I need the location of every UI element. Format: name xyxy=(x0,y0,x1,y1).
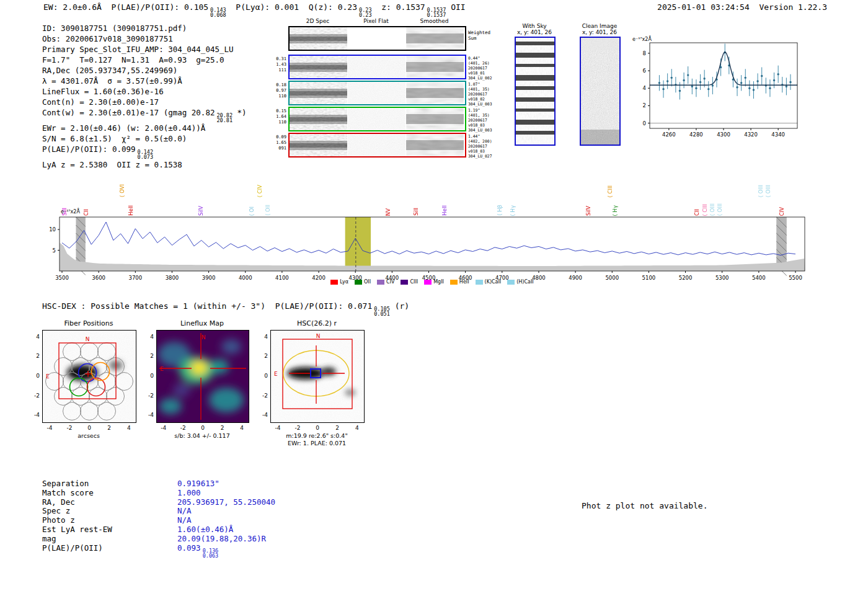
panel-xtick-label: 0 xyxy=(311,425,324,431)
annotation-line: 20200617 xyxy=(468,66,512,71)
stacked-uncertainty: 0.230.23 xyxy=(359,7,371,17)
info-line: F=1.7" T=0.127 N=1.31 A=0.93 g=25.0 xyxy=(42,55,247,65)
noise-image xyxy=(348,108,405,130)
text-segment: 20.09(19.88,20.36)R xyxy=(177,534,266,543)
info-line: Cont(w) = 2.30(±0.01)e-17 (gmag 20.8220.… xyxy=(42,107,247,123)
annotation-line: v018_01 xyxy=(468,71,512,76)
noise-image xyxy=(290,56,347,78)
panel-xtick-label: -2 xyxy=(63,425,76,431)
annotation-line: 304_LU_003 xyxy=(468,128,512,133)
svg-text:6: 6 xyxy=(643,68,646,74)
legend-swatch xyxy=(377,280,384,285)
svg-text:N: N xyxy=(202,334,206,340)
stacked-uncertainty: 0.1050.051 xyxy=(374,306,390,316)
svg-text:8: 8 xyxy=(643,50,646,56)
header-summary: EW: 2.0±0.6Å P(LAE)/P(OII): 0.1050.1430.… xyxy=(43,2,466,17)
panel-ytick-label: 2 xyxy=(29,353,40,359)
match-field-value: N/A xyxy=(177,515,192,525)
spec2d-image xyxy=(290,134,347,156)
noise-image xyxy=(348,56,405,78)
svg-text:N: N xyxy=(316,333,321,339)
stack-lo: 0.1537 xyxy=(427,12,446,17)
info-line: Cont(n) = 2.30(±0.00)e-17 xyxy=(42,97,247,107)
text-segment: ID: 3090187751 (3090187751.pdf) xyxy=(42,24,187,33)
text-segment: 205.936917, 55.250040 xyxy=(177,497,275,507)
smoothed-image xyxy=(406,56,464,78)
legend-label: OII xyxy=(364,279,371,285)
text-segment: 0.093 xyxy=(177,543,201,553)
match-field-value: N/A xyxy=(177,506,192,515)
match-field-value: 20.09(19.88,20.36)R xyxy=(177,534,266,543)
pixelflat-image xyxy=(348,82,405,104)
hsc-panel-title: HSC(26.2) r xyxy=(267,319,366,327)
spec2d-row-stats: 0.311.43111 xyxy=(271,56,286,73)
text-segment: S/N = 6.8(±1.5) χ² = 0.5(±0.0) xyxy=(42,134,187,143)
smoothed-image xyxy=(406,27,464,50)
annotation-line: 304_LU_002 xyxy=(468,76,512,81)
stat-value: 0.18 xyxy=(271,82,286,88)
panel-ytick-label: 2 xyxy=(143,353,154,359)
panel-ytick-label: 2 xyxy=(257,353,268,359)
annotation-line: 20200617 xyxy=(468,92,512,97)
stat-value: 1.43 xyxy=(271,62,286,68)
spec2d-row xyxy=(288,81,466,105)
text-segment: λ = 4301.07Å σ = 3.57(±0.99)Å xyxy=(42,76,182,86)
noise-image xyxy=(406,108,464,130)
legend-label: (H)CaII xyxy=(516,279,533,285)
annotation-line: 0.44" xyxy=(468,56,512,61)
spec2d-row-stats: 0.180.97110 xyxy=(271,82,286,99)
stat-value: 0.31 xyxy=(271,56,286,62)
stat-value: 1.65 xyxy=(271,140,286,146)
emission-line-label: ( CIII xyxy=(607,185,613,197)
spec2d-row xyxy=(288,107,466,131)
annotation-line: 20200617 xyxy=(468,118,512,123)
stack-lo: 20.81 xyxy=(216,118,232,123)
text-segment: RA,Dec (205.937347,55.249969) xyxy=(42,66,177,75)
panel-ytick-label: -2 xyxy=(257,393,268,399)
smoothed-image xyxy=(406,108,464,130)
emission-line-label: ( OIII xyxy=(758,185,764,197)
match-field-label: Photo z xyxy=(42,516,177,525)
spec2d-row-annotation: 1.07"(401, 35)20200617v018_02304_LU_003 xyxy=(468,82,512,107)
pixelflat-image xyxy=(348,27,405,50)
info-line: LineFlux = 1.60(±0.36)e-16 xyxy=(42,86,247,97)
clean-image xyxy=(580,37,621,146)
clean-coords: x, y: 401, 26 xyxy=(562,29,637,35)
spec2d-image xyxy=(290,56,347,78)
stat-value: 110 xyxy=(271,120,286,125)
panel-ytick-label: 4 xyxy=(257,334,268,340)
lineflux-map-cutout: N E xyxy=(156,330,249,423)
text-segment: HSC-DEX : Possible Matches = 1 (within +… xyxy=(42,301,372,311)
panel-xtick-label: 0 xyxy=(83,425,95,431)
stacked-uncertainty: 0.1420.073 xyxy=(138,149,154,159)
stacked-uncertainty: 0.15370.1537 xyxy=(427,7,446,17)
noise-image xyxy=(290,82,347,104)
legend-item: CIII xyxy=(401,279,418,285)
stack-lo: 0.23 xyxy=(359,12,371,17)
legend-swatch xyxy=(476,280,483,285)
match-field-label: Match score xyxy=(42,489,177,498)
noise-image xyxy=(290,27,347,50)
emission-line-label: ( OIII xyxy=(765,185,771,197)
svg-text:2: 2 xyxy=(643,102,646,109)
panel-ytick-label: 0 xyxy=(29,373,40,379)
spec2d-row xyxy=(288,133,466,158)
smoothed-image xyxy=(406,82,464,104)
main-spectrum-plot: 3500360037003800390040004100420043004400… xyxy=(0,205,868,283)
info-line: ID: 3090187751 (3090187751.pdf) xyxy=(42,23,247,33)
legend-swatch xyxy=(330,280,338,285)
hsc-r-cutout: N E xyxy=(270,330,365,423)
stack-lo: 0.063 xyxy=(203,553,219,558)
info-line: Obs: 20200617v018_3090187751 xyxy=(42,33,247,44)
annotation-line: 1.44" xyxy=(468,134,512,139)
lineflux-caption: s/b: 3.04 +/- 0.117 xyxy=(140,432,264,439)
spectrum-legend: LyαOIICIVCIIIMgIIHeII(K)CaII(H)CaII xyxy=(60,279,805,285)
match-field-value: 1.60(±0.46)Å xyxy=(177,525,233,534)
info-line: S/N = 6.8(±1.5) χ² = 0.5(±0.0) xyxy=(42,133,247,144)
text-segment: 1.60(±0.46)Å xyxy=(177,525,233,534)
stack-lo: 0.068 xyxy=(210,12,226,17)
svg-text:5: 5 xyxy=(53,247,56,254)
noise-image xyxy=(290,108,347,130)
photz-notice: Phot z plot not available. xyxy=(582,501,708,510)
text-segment: 1.000 xyxy=(177,488,201,497)
